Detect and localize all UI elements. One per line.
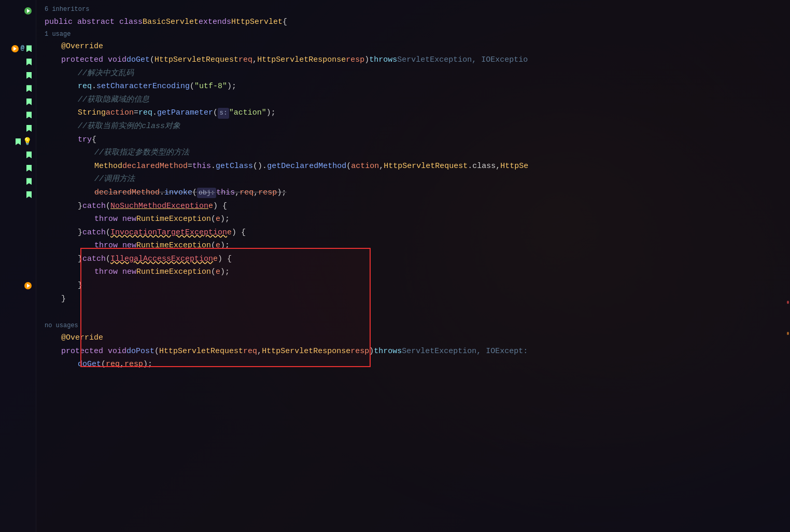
code-line-catch1: } catch ( NoSuchMethodException e ) { bbox=[36, 200, 790, 213]
gutter-row-4 bbox=[0, 55, 36, 69]
code-line-throw2: throw new RuntimeException ( e ); bbox=[36, 240, 790, 253]
code-line-close-try: } bbox=[36, 279, 790, 292]
gutter-row-11 bbox=[0, 162, 36, 175]
scroll-indicator-2 bbox=[787, 332, 789, 335]
code-line-override1: @Override bbox=[36, 40, 790, 54]
gutter-row-14 bbox=[0, 201, 36, 215]
code-line-invoke: declaredMethod . invoke ( obj: this , re… bbox=[36, 186, 790, 200]
blank-line bbox=[36, 305, 790, 320]
gutter-row-7 bbox=[0, 95, 36, 109]
gutter-row-1[interactable] bbox=[0, 4, 36, 18]
bookmark-icon-11 bbox=[26, 178, 32, 185]
code-line-try: try { bbox=[36, 133, 790, 147]
gutter-row-6 bbox=[0, 82, 36, 95]
inheritors-meta: 6 inheritors bbox=[36, 4, 790, 16]
bookmark-icon-6 bbox=[26, 111, 32, 118]
code-line-action: String action = req . getParameter ( s: … bbox=[36, 107, 790, 120]
run-icon-1[interactable] bbox=[24, 7, 32, 15]
gutter: @ 💡 bbox=[0, 0, 36, 532]
bulb-icon[interactable]: 💡 bbox=[23, 136, 32, 147]
no-usages-meta: no usages bbox=[36, 320, 790, 331]
gutter-row-15 bbox=[0, 215, 36, 228]
gutter-row-8 bbox=[0, 108, 36, 122]
gutter-row-19[interactable] bbox=[0, 279, 36, 292]
scroll-indicator-1 bbox=[787, 301, 789, 304]
code-area: 6 inheritors public abstract class Basic… bbox=[36, 0, 790, 532]
bookmark-icon-10 bbox=[26, 165, 32, 172]
gutter-row-20 bbox=[0, 292, 36, 306]
gutter-row-16 bbox=[0, 228, 36, 242]
gutter-row-17 bbox=[0, 241, 36, 255]
bookmark-icon-7 bbox=[26, 125, 32, 132]
bookmark-icon-3 bbox=[26, 72, 32, 79]
code-line-comment3: //获取当前实例的class对象 bbox=[36, 120, 790, 133]
bookmark-icon-2 bbox=[26, 59, 32, 65]
bookmark-icon-1 bbox=[26, 45, 32, 52]
code-line-doget-call: doGet ( req , resp ); bbox=[36, 358, 790, 372]
gutter-row-3[interactable]: @ bbox=[0, 42, 36, 55]
gutter-row-18 bbox=[0, 266, 36, 279]
run-icon-3[interactable] bbox=[24, 282, 32, 289]
code-line-method: Method declaredMethod = this . getClass … bbox=[36, 160, 790, 173]
code-line-comment2: //获取隐藏域的信息 bbox=[36, 93, 790, 107]
run-icon-2[interactable] bbox=[11, 45, 19, 52]
gutter-meta-2 bbox=[0, 255, 36, 266]
gutter-row-2 bbox=[0, 29, 36, 43]
bookmark-icon-12 bbox=[26, 191, 32, 198]
at-icon: @ bbox=[21, 44, 24, 53]
code-line-doget: protected void doGet ( HttpServletReques… bbox=[36, 53, 790, 67]
code-line-override2: @Override bbox=[36, 331, 790, 345]
usage-meta-1: 1 usage bbox=[36, 29, 790, 40]
gutter-row-bulb[interactable]: 💡 bbox=[0, 135, 36, 148]
code-line-catch3: } catch ( IllegalAccessException e ) { bbox=[36, 253, 790, 266]
gutter-row-13 bbox=[0, 188, 36, 202]
gutter-row-9 bbox=[0, 122, 36, 135]
code-line-close-doget: } bbox=[36, 292, 790, 306]
bookmark-icon-8 bbox=[16, 138, 21, 145]
bookmark-icon-4 bbox=[26, 85, 32, 92]
code-line-throw3: throw new RuntimeException ( e ); bbox=[36, 266, 790, 279]
code-line-dopost: protected void doPost ( HttpServletReque… bbox=[36, 345, 790, 358]
gutter-meta-1 bbox=[0, 18, 36, 29]
bookmark-icon-9 bbox=[26, 151, 32, 158]
editor-container: @ 💡 bbox=[0, 0, 790, 532]
bookmark-icon-5 bbox=[26, 99, 32, 105]
code-line-comment4: //获取指定参数类型的方法 bbox=[36, 146, 790, 160]
code-line-encoding: req . setCharacterEncoding ( "utf-8" ); bbox=[36, 80, 790, 93]
code-line-class: public abstract class BasicServlet exten… bbox=[36, 16, 790, 29]
gutter-row-10 bbox=[0, 148, 36, 162]
gutter-row-12 bbox=[0, 175, 36, 188]
code-line-comment1: //解决中文乱码 bbox=[36, 67, 790, 80]
code-line-catch2: } catch ( InvocationTargetException e ) … bbox=[36, 226, 790, 240]
gutter-row-5 bbox=[0, 68, 36, 82]
code-line-comment5: //调用方法 bbox=[36, 173, 790, 187]
code-line-throw1: throw new RuntimeException ( e ); bbox=[36, 213, 790, 226]
